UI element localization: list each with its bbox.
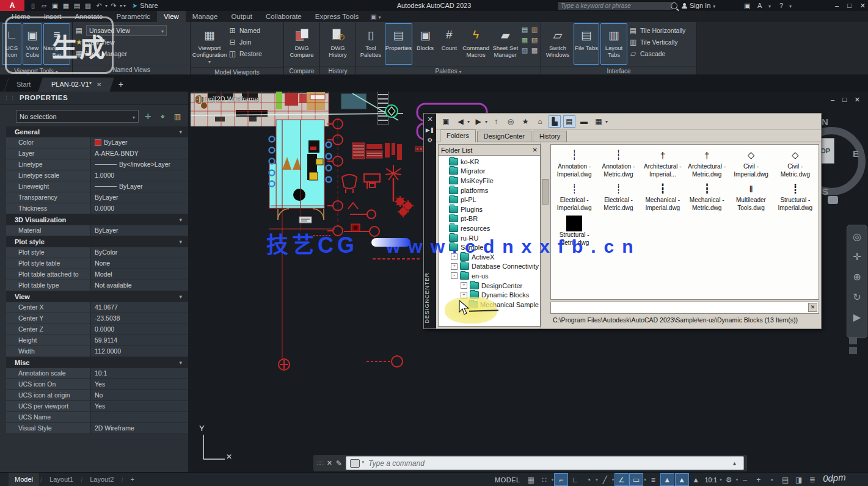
auto-hide-icon[interactable]: ▶❚ bbox=[426, 127, 434, 133]
object-snap-tracking-dropdown[interactable]: ▾ bbox=[612, 477, 615, 482]
dwg-item-electrical-imperial-dwg[interactable]: ┊Electrical - Imperial.dwg bbox=[552, 181, 596, 212]
clean-screen[interactable]: ◨ bbox=[792, 474, 805, 485]
designcenter-close-icon[interactable]: ✕ bbox=[427, 115, 432, 123]
property-value-lineweight[interactable]: ByLayer bbox=[90, 181, 188, 192]
ribbon-display-options[interactable]: ▣ bbox=[370, 11, 381, 22]
collapse-chevron-icon[interactable]: ▾ bbox=[179, 129, 182, 135]
property-value-material[interactable]: ByLayer bbox=[90, 225, 188, 236]
dwg-item-structural-imperial-dwg[interactable]: ┋Structural - Imperial.dwg bbox=[773, 181, 817, 212]
property-value-plot-style-table[interactable]: None bbox=[90, 258, 188, 269]
workspace-switching-dropdown[interactable]: ▾ bbox=[736, 477, 739, 482]
section-header-general[interactable]: General▾ bbox=[6, 126, 188, 137]
tree-item-plugins[interactable]: Plugins bbox=[439, 205, 540, 214]
drawing-restore-button[interactable]: □ bbox=[842, 96, 847, 104]
close-tab-icon[interactable]: ✕ bbox=[97, 81, 101, 88]
property-value-plot-table-attached-to[interactable]: Model bbox=[90, 269, 188, 280]
select-objects-icon[interactable]: ⌖ bbox=[157, 111, 169, 122]
object-snap[interactable]: ∠ bbox=[615, 473, 629, 486]
undo-button[interactable]: ↶ bbox=[94, 2, 104, 10]
tile-horizontally-button[interactable]: ▤ Tile Horizontally bbox=[629, 25, 685, 36]
plot-button[interactable]: ▤ bbox=[72, 2, 82, 10]
layout-tabs-button[interactable]: ▥ Layout Tabs bbox=[600, 23, 627, 65]
collapse-chevron-icon[interactable]: ▾ bbox=[179, 217, 182, 223]
annotation-scale-dropdown[interactable]: ▾ bbox=[720, 477, 722, 482]
property-value-linetype-scale[interactable]: 1.0000 bbox=[90, 170, 188, 181]
app-store-icon[interactable]: ▣ bbox=[744, 0, 750, 11]
collapse-chevron-icon[interactable]: ▾ bbox=[179, 239, 182, 245]
dwg-item-civil-metric-dwg[interactable]: ◇Civil - Metric.dwg bbox=[773, 147, 817, 178]
expand-box-icon[interactable]: + bbox=[451, 253, 458, 260]
property-value-transparency[interactable]: ByLayer bbox=[90, 192, 188, 203]
tree-item-ko-kr[interactable]: ko-KR bbox=[439, 157, 540, 167]
dwg-item-architectural-metric-dwg[interactable]: †Architectural - Metric.dwg bbox=[685, 147, 729, 178]
palette-mini-icon-5[interactable]: ▨ bbox=[520, 46, 529, 56]
join-viewports-button[interactable]: ⊟ Join bbox=[228, 37, 262, 48]
ribbon-tab-manage[interactable]: Manage bbox=[186, 11, 225, 22]
dwg-item-mechanical-metric-dwg[interactable]: ┇Mechanical - Metric.dwg bbox=[685, 181, 729, 212]
tree-item-designcenter[interactable]: +DesignCenter bbox=[439, 281, 540, 291]
ribbon-tab-express-tools[interactable]: Express Tools bbox=[308, 11, 365, 22]
property-value-width[interactable]: 112.0000 bbox=[90, 346, 188, 357]
property-value-plot-table-type[interactable]: Not available bbox=[90, 280, 188, 291]
dc-tab-designcenter[interactable]: DesignCenter bbox=[477, 131, 531, 142]
close-button[interactable]: ✕ bbox=[860, 2, 866, 10]
layout-tab-model[interactable]: Model bbox=[9, 473, 39, 486]
up-icon[interactable]: ↑ bbox=[490, 115, 502, 128]
annotation-scale[interactable]: 10:1 bbox=[703, 474, 719, 485]
tree-view-toggle-icon[interactable]: ▙ bbox=[549, 115, 561, 128]
tree-item-resources[interactable]: resources bbox=[439, 223, 540, 233]
save-as-button[interactable]: ▦ bbox=[61, 2, 71, 10]
dc-tab-history[interactable]: History bbox=[533, 131, 567, 142]
property-value-ucs-per-viewport[interactable]: Yes bbox=[90, 401, 188, 412]
panel-label-palettes[interactable]: Palettes bbox=[356, 66, 541, 76]
ortho-mode[interactable]: ⌐ bbox=[554, 473, 568, 486]
orbit-icon[interactable]: ↻ bbox=[853, 289, 861, 304]
dwg-item-civil-imperial-dwg[interactable]: ◇Civil - Imperial.dwg bbox=[729, 147, 773, 178]
ribbon-display-dropdown[interactable] bbox=[379, 13, 381, 20]
new-file-button[interactable]: ▯ bbox=[28, 2, 38, 10]
blocks-palette-button[interactable]: ▣ Blocks bbox=[414, 23, 437, 65]
ribbon-tab-view[interactable]: View bbox=[157, 11, 186, 22]
ribbon-tab-output[interactable]: Output bbox=[224, 11, 259, 22]
redo-button-dropdown[interactable]: ▾ bbox=[120, 3, 122, 9]
section-header-misc[interactable]: Misc▾ bbox=[6, 357, 188, 368]
restore-button[interactable]: □ bbox=[847, 2, 852, 9]
views-icon-dropdown[interactable]: ▾ bbox=[605, 119, 608, 125]
autoscale[interactable]: ▲ bbox=[675, 473, 689, 486]
cascade-button[interactable]: ▱ Cascade bbox=[629, 48, 685, 59]
drawing-close-button[interactable]: ✕ bbox=[855, 96, 860, 104]
recent-commands-icon[interactable] bbox=[350, 459, 360, 468]
property-value-color[interactable]: ByLayer bbox=[90, 137, 188, 148]
dc-tab-folders[interactable]: Folders bbox=[440, 129, 476, 142]
folder-list-close-icon[interactable]: ✕ bbox=[533, 147, 538, 153]
command-line-grip[interactable]: ∷∷ bbox=[316, 460, 323, 466]
redo-button[interactable]: ↷ bbox=[109, 2, 119, 10]
description-close-icon[interactable]: ✕ bbox=[808, 303, 817, 312]
annotation-monitor[interactable]: – bbox=[739, 474, 751, 485]
viewcube-east[interactable]: E bbox=[853, 148, 859, 159]
new-drawing-tab-button[interactable]: + bbox=[119, 78, 123, 92]
sign-in-dropdown[interactable] bbox=[713, 2, 715, 9]
help-dropdown[interactable] bbox=[789, 0, 792, 11]
collapse-chevron-icon[interactable]: ▾ bbox=[179, 294, 182, 300]
selection-dropdown[interactable]: No selection bbox=[16, 110, 139, 123]
pan-icon[interactable]: ✛ bbox=[853, 249, 861, 264]
property-value-ucs-icon-at-origin[interactable]: No bbox=[90, 390, 188, 401]
sheet-set-manager-button[interactable]: ▰ Sheet Set Manager bbox=[492, 23, 519, 65]
home-icon[interactable]: ⌂ bbox=[534, 115, 546, 128]
layout-tab-layout2[interactable]: Layout2 bbox=[84, 473, 120, 486]
dwg-item-multileader-tools-dwg[interactable]: ‖Multileader Tools.dwg bbox=[729, 181, 773, 212]
palette-mini-icon-4[interactable]: ▧ bbox=[530, 36, 539, 45]
property-value-thickness[interactable]: 0.0000 bbox=[90, 203, 188, 214]
load-icon[interactable]: ▣ bbox=[440, 115, 452, 128]
help-icon[interactable]: ? bbox=[779, 0, 783, 11]
command-history-toggle[interactable]: ▲ bbox=[732, 460, 740, 466]
palette-mini-icon-3[interactable]: ▦ bbox=[520, 36, 529, 45]
layout-tab-layout1[interactable]: Layout1 bbox=[43, 473, 79, 486]
command-macros-button[interactable]: ϟ Command Macros bbox=[461, 23, 490, 65]
tree-item-pt-br[interactable]: pt-BR bbox=[439, 214, 540, 224]
property-value-annotation-scale[interactable]: 10:1 bbox=[90, 368, 188, 379]
snap-mode[interactable]: ∷ bbox=[538, 474, 551, 485]
tree-item-sample[interactable]: Sample bbox=[439, 242, 540, 252]
dwg-item-electrical-metric-dwg[interactable]: ┊Electrical - Metric.dwg bbox=[596, 181, 640, 212]
